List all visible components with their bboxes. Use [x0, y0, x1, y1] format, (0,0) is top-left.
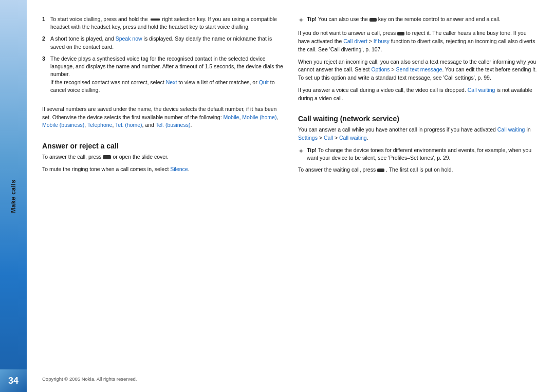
right-para2: When you reject an incoming call, you ca…	[298, 58, 540, 82]
if-several-paragraph: If several numbers are saved under the n…	[42, 105, 284, 129]
if-busy-link[interactable]: If busy	[374, 38, 390, 44]
step-3-text: The device plays a synthesised voice tag…	[50, 55, 284, 94]
right-para1: If you do not want to answer a call, pre…	[298, 29, 540, 53]
step-3-num: 3	[42, 55, 47, 94]
silence-link[interactable]: Silence	[170, 166, 188, 172]
tip1-icon: ✦	[298, 15, 304, 25]
right-column: ✦ Tip! You can also use the key on the r…	[298, 15, 540, 382]
phone-reject-icon	[397, 32, 404, 35]
sidebar-label: Make calls	[10, 179, 17, 213]
mobile-business-link[interactable]: Mobile (business)	[42, 122, 84, 128]
page-number: 34	[8, 376, 18, 386]
page-number-box: 34	[0, 369, 27, 392]
quit-link[interactable]: Quit	[259, 79, 269, 85]
speak-now-link[interactable]: Speak now	[116, 35, 142, 42]
step-1-text: To start voice dialling, press and hold …	[50, 15, 284, 31]
settings-link[interactable]: Settings	[298, 135, 318, 141]
tip2-text: Tip! To change the device tones for diff…	[307, 146, 540, 162]
call-waiting-link2[interactable]: Call waiting	[497, 126, 525, 133]
answer-para2: To mute the ringing tone when a call com…	[42, 165, 284, 174]
step-2-text: A short tone is played, and Speak now is…	[50, 35, 284, 50]
right-para3: If you answer a voice call during a vide…	[298, 86, 540, 103]
call-divert-link[interactable]: Call divert	[343, 38, 367, 44]
phone-waiting-icon	[377, 169, 384, 172]
step-3: 3 The device plays a synthesised voice t…	[42, 55, 284, 94]
sidebar: Make calls 34	[0, 0, 27, 392]
step-2-num: 2	[42, 35, 47, 50]
tel-business-link[interactable]: Tel. (business)	[156, 122, 191, 128]
call-waiting-para1: You can answer a call while you have ano…	[298, 126, 540, 142]
answer-para1: To answer the call, press or open the sl…	[42, 153, 284, 161]
tip1-box: ✦ Tip! You can also use the key on the r…	[298, 15, 540, 25]
telephone-link[interactable]: Telephone	[87, 122, 112, 128]
steps-list: 1 To start voice dialling, press and hol…	[42, 15, 284, 98]
call-waiting-para2: To answer the waiting call, press . The …	[298, 166, 540, 174]
copyright-area: Copyright © 2005 Nokia. All rights reser…	[42, 350, 284, 382]
step-1-num: 1	[42, 15, 47, 31]
tip2-box: ✦ Tip! To change the device tones for di…	[298, 146, 540, 162]
left-column: 1 To start voice dialling, press and hol…	[42, 15, 284, 382]
options-link[interactable]: Options	[371, 66, 390, 72]
step-1: 1 To start voice dialling, press and hol…	[42, 15, 284, 31]
main-content: 1 To start voice dialling, press and hol…	[27, 0, 555, 392]
call-waiting-link1[interactable]: Call waiting	[468, 87, 495, 93]
copyright-text: Copyright © 2005 Nokia. All rights reser…	[42, 371, 284, 382]
call-waiting-link3[interactable]: Call waiting	[339, 135, 367, 141]
send-text-link[interactable]: Send text message	[396, 66, 442, 72]
phone-icon-tip	[369, 18, 377, 22]
tel-home-link[interactable]: Tel. (home)	[115, 122, 142, 128]
mobile-home-link[interactable]: Mobile (home)	[242, 114, 276, 120]
call-waiting-heading: Call waiting (network service)	[298, 115, 540, 123]
page-container: Make calls 34 1 To start voice dialling,…	[0, 0, 555, 392]
step-2: 2 A short tone is played, and Speak now …	[42, 35, 284, 50]
next-link[interactable]: Next	[166, 79, 177, 85]
answer-reject-heading: Answer or reject a call	[42, 142, 284, 150]
call-link[interactable]: Call	[324, 135, 333, 141]
tip2-icon: ✦	[298, 146, 304, 162]
phone-answer-icon	[103, 155, 111, 159]
dash-icon	[151, 18, 160, 21]
tip1-text: Tip! You can also use the key on the rem…	[307, 15, 540, 25]
mobile-link[interactable]: Mobile	[224, 114, 239, 120]
